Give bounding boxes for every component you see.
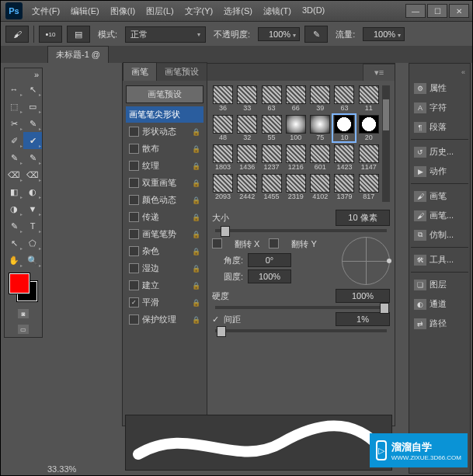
tool-button[interactable]: ▭▸ xyxy=(23,98,42,115)
brush-tip-preset[interactable]: 36 xyxy=(212,85,234,112)
tool-button[interactable]: ✎▸ xyxy=(23,115,42,132)
document-tab[interactable]: 未标题-1 @ xyxy=(47,46,109,63)
menu-image[interactable]: 图像(I) xyxy=(106,2,140,20)
preset-scrollbar-thumb[interactable] xyxy=(383,99,389,130)
size-input[interactable]: 10 像素 xyxy=(336,210,390,226)
section-checkbox[interactable] xyxy=(129,178,139,188)
tool-button[interactable]: ↔▸ xyxy=(5,81,23,98)
tool-button[interactable]: ⬚▸ xyxy=(5,98,23,115)
tool-button[interactable]: ◑▸ xyxy=(5,200,23,217)
flip-x-checkbox[interactable] xyxy=(212,238,225,250)
brush-tip-preset[interactable]: 1423 xyxy=(333,144,355,171)
section-checkbox[interactable] xyxy=(129,127,139,137)
panel-shortcut[interactable]: ◐通道 xyxy=(411,295,468,313)
section-checkbox[interactable] xyxy=(129,144,139,154)
color-swatches[interactable] xyxy=(9,273,37,301)
tool-button[interactable]: ⌫▸ xyxy=(5,166,23,183)
brush-section-item[interactable]: 散布🔒 xyxy=(126,141,203,157)
brush-section-item[interactable]: 纹理🔒 xyxy=(126,158,203,174)
panel-shortcut[interactable]: 🖌画笔... xyxy=(411,207,468,224)
tab-brush-presets[interactable]: 画笔预设 xyxy=(156,62,207,81)
tool-button[interactable]: ▼▸ xyxy=(23,200,42,217)
menu-select[interactable]: 选择(S) xyxy=(219,2,257,20)
brush-tip-preset[interactable]: 2093 xyxy=(212,174,234,200)
current-tool-icon[interactable]: 🖌 xyxy=(5,26,29,43)
brush-section-item[interactable]: 画笔笔尖形状 xyxy=(126,106,203,123)
brush-section-item[interactable]: 湿边🔒 xyxy=(126,260,203,276)
brush-section-item[interactable]: ✓平滑🔒 xyxy=(126,294,203,311)
brush-section-item[interactable]: 画笔笔势🔒 xyxy=(126,226,203,242)
toolcol-collapse-icon[interactable]: » xyxy=(5,68,42,81)
section-checkbox[interactable] xyxy=(129,212,139,222)
menu-file[interactable]: 文件(F) xyxy=(27,2,64,20)
hardness-input[interactable]: 100% xyxy=(336,289,390,303)
brush-tip-preset[interactable]: 1455 xyxy=(261,174,283,200)
tool-button[interactable]: ✎▸ xyxy=(5,149,23,166)
brush-presets-button[interactable]: 画笔预设 xyxy=(126,85,203,103)
section-checkbox[interactable] xyxy=(129,314,139,325)
tool-button[interactable]: ✋▸ xyxy=(5,252,23,269)
tool-button[interactable]: ◐▸ xyxy=(23,183,42,200)
quickmask-icon[interactable]: ◙ xyxy=(18,309,29,318)
brush-panel-toggle-icon[interactable]: ▤ xyxy=(67,26,90,43)
window-maximize-button[interactable]: ☐ xyxy=(427,4,447,18)
panel-shortcut[interactable]: ¶段落 xyxy=(411,118,468,136)
panel-shortcut[interactable]: ❏图层 xyxy=(411,276,468,294)
brush-section-item[interactable]: 双重画笔🔒 xyxy=(126,175,203,191)
tool-button[interactable]: ↖▸ xyxy=(5,235,23,252)
brush-tip-preset[interactable]: 817 xyxy=(358,174,380,200)
spacing-checkbox[interactable]: ✓ xyxy=(212,314,219,325)
panel-shortcut[interactable]: 🖌画笔 xyxy=(411,187,468,205)
brush-tip-preset[interactable]: 1379 xyxy=(333,174,355,200)
tool-button[interactable]: ✂▸ xyxy=(5,115,23,132)
foreground-color-swatch[interactable] xyxy=(9,273,30,294)
brush-tip-preset[interactable]: 20 xyxy=(358,115,380,141)
menu-edit[interactable]: 编辑(E) xyxy=(66,2,104,20)
brush-section-item[interactable]: 杂色🔒 xyxy=(126,243,203,259)
brush-section-item[interactable]: 形状动态🔒 xyxy=(126,123,203,140)
menu-type[interactable]: 文字(Y) xyxy=(180,2,218,20)
menu-filter[interactable]: 滤镜(T) xyxy=(259,2,296,20)
angle-control[interactable] xyxy=(342,237,390,285)
brush-tip-preset[interactable]: 63 xyxy=(261,85,283,112)
panel-shortcut[interactable]: ⚙属性 xyxy=(411,79,468,97)
tool-button[interactable]: ↖▸ xyxy=(23,81,42,98)
window-minimize-button[interactable]: — xyxy=(405,4,426,18)
brush-tip-preset[interactable]: 1147 xyxy=(358,144,380,171)
brush-tip-preset[interactable]: 2319 xyxy=(285,174,307,200)
panel-shortcut[interactable]: ▶动作 xyxy=(411,162,468,180)
brush-tip-preset[interactable]: 601 xyxy=(309,144,331,171)
tool-button[interactable]: ⬠▸ xyxy=(23,235,42,252)
flow-input[interactable]: 100% ▾ xyxy=(363,27,405,41)
brush-tip-preset[interactable]: 39 xyxy=(309,85,331,112)
panel-shortcut[interactable]: ⧉仿制... xyxy=(411,226,468,244)
tool-button[interactable]: ✐▸ xyxy=(5,132,23,149)
brush-tip-preset[interactable]: 75 xyxy=(309,115,331,141)
brush-section-item[interactable]: 建立🔒 xyxy=(126,277,203,294)
tool-button[interactable]: ✔▸ xyxy=(23,132,42,149)
panel-shortcut[interactable]: ⇄路径 xyxy=(411,314,468,332)
tab-brush[interactable]: 画笔 xyxy=(123,62,157,81)
tool-button[interactable]: ⌫▸ xyxy=(23,166,42,183)
brush-tip-preset[interactable]: 63 xyxy=(333,85,355,112)
brush-preset-picker[interactable]: •10 xyxy=(39,26,62,43)
section-checkbox[interactable] xyxy=(129,195,139,205)
panel-shortcut[interactable]: ↺历史... xyxy=(411,143,468,161)
pressure-opacity-icon[interactable]: ✎ xyxy=(304,26,328,43)
blend-mode-dropdown[interactable]: 正常▾ xyxy=(125,26,206,43)
tool-button[interactable]: ◧▸ xyxy=(5,183,23,200)
tool-button[interactable]: T▸ xyxy=(23,217,42,235)
section-checkbox[interactable] xyxy=(129,263,139,273)
panel-menu-icon[interactable]: ▾≡ xyxy=(363,64,395,81)
brush-tip-grid[interactable]: 3633636639631148325510075102018031436123… xyxy=(212,85,390,202)
brush-tip-preset[interactable]: 32 xyxy=(236,115,258,141)
brush-tip-preset[interactable]: 66 xyxy=(285,85,307,112)
section-checkbox[interactable] xyxy=(129,161,139,171)
brush-tip-preset[interactable]: 33 xyxy=(236,85,258,112)
panel-shortcut[interactable]: A字符 xyxy=(411,99,468,116)
brush-section-item[interactable]: 颜色动态🔒 xyxy=(126,192,203,208)
brush-section-item[interactable]: 传递🔒 xyxy=(126,209,203,225)
section-checkbox[interactable] xyxy=(129,280,139,290)
brush-tip-preset[interactable]: 10 xyxy=(333,115,355,141)
section-checkbox[interactable] xyxy=(129,246,139,256)
